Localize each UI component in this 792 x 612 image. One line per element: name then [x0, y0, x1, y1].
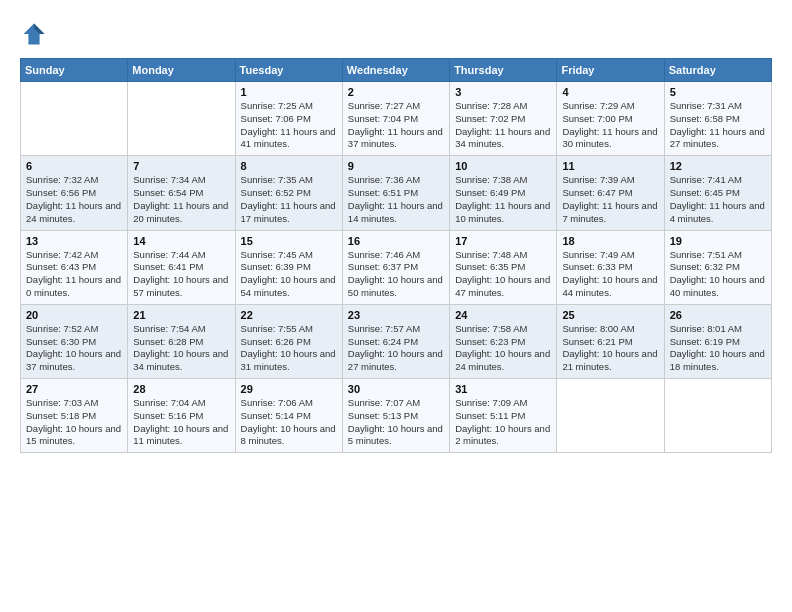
logo-icon	[20, 20, 48, 48]
calendar-cell: 8Sunrise: 7:35 AM Sunset: 6:52 PM Daylig…	[235, 156, 342, 230]
calendar-cell: 14Sunrise: 7:44 AM Sunset: 6:41 PM Dayli…	[128, 230, 235, 304]
day-number: 27	[26, 383, 122, 395]
calendar-table: SundayMondayTuesdayWednesdayThursdayFrid…	[20, 58, 772, 453]
day-number: 12	[670, 160, 766, 172]
day-number: 15	[241, 235, 337, 247]
day-info: Sunrise: 7:51 AM Sunset: 6:32 PM Dayligh…	[670, 249, 766, 300]
day-info: Sunrise: 7:57 AM Sunset: 6:24 PM Dayligh…	[348, 323, 444, 374]
column-header-tuesday: Tuesday	[235, 59, 342, 82]
calendar-cell: 30Sunrise: 7:07 AM Sunset: 5:13 PM Dayli…	[342, 379, 449, 453]
calendar-cell: 17Sunrise: 7:48 AM Sunset: 6:35 PM Dayli…	[450, 230, 557, 304]
day-number: 16	[348, 235, 444, 247]
day-info: Sunrise: 8:01 AM Sunset: 6:19 PM Dayligh…	[670, 323, 766, 374]
day-info: Sunrise: 7:46 AM Sunset: 6:37 PM Dayligh…	[348, 249, 444, 300]
calendar-cell	[21, 82, 128, 156]
calendar-cell	[664, 379, 771, 453]
day-number: 1	[241, 86, 337, 98]
calendar-week-row: 27Sunrise: 7:03 AM Sunset: 5:18 PM Dayli…	[21, 379, 772, 453]
day-number: 2	[348, 86, 444, 98]
day-info: Sunrise: 7:32 AM Sunset: 6:56 PM Dayligh…	[26, 174, 122, 225]
day-number: 23	[348, 309, 444, 321]
day-info: Sunrise: 7:58 AM Sunset: 6:23 PM Dayligh…	[455, 323, 551, 374]
day-number: 3	[455, 86, 551, 98]
day-info: Sunrise: 7:27 AM Sunset: 7:04 PM Dayligh…	[348, 100, 444, 151]
calendar-cell: 16Sunrise: 7:46 AM Sunset: 6:37 PM Dayli…	[342, 230, 449, 304]
day-info: Sunrise: 7:41 AM Sunset: 6:45 PM Dayligh…	[670, 174, 766, 225]
day-info: Sunrise: 7:07 AM Sunset: 5:13 PM Dayligh…	[348, 397, 444, 448]
calendar-cell: 26Sunrise: 8:01 AM Sunset: 6:19 PM Dayli…	[664, 304, 771, 378]
day-number: 22	[241, 309, 337, 321]
day-number: 5	[670, 86, 766, 98]
day-info: Sunrise: 7:34 AM Sunset: 6:54 PM Dayligh…	[133, 174, 229, 225]
day-info: Sunrise: 7:49 AM Sunset: 6:33 PM Dayligh…	[562, 249, 658, 300]
day-info: Sunrise: 7:09 AM Sunset: 5:11 PM Dayligh…	[455, 397, 551, 448]
calendar-header-row: SundayMondayTuesdayWednesdayThursdayFrid…	[21, 59, 772, 82]
day-info: Sunrise: 7:52 AM Sunset: 6:30 PM Dayligh…	[26, 323, 122, 374]
day-number: 25	[562, 309, 658, 321]
day-info: Sunrise: 7:28 AM Sunset: 7:02 PM Dayligh…	[455, 100, 551, 151]
day-info: Sunrise: 7:54 AM Sunset: 6:28 PM Dayligh…	[133, 323, 229, 374]
calendar-week-row: 6Sunrise: 7:32 AM Sunset: 6:56 PM Daylig…	[21, 156, 772, 230]
calendar-cell: 7Sunrise: 7:34 AM Sunset: 6:54 PM Daylig…	[128, 156, 235, 230]
day-number: 4	[562, 86, 658, 98]
calendar-cell: 13Sunrise: 7:42 AM Sunset: 6:43 PM Dayli…	[21, 230, 128, 304]
calendar-cell: 22Sunrise: 7:55 AM Sunset: 6:26 PM Dayli…	[235, 304, 342, 378]
calendar-week-row: 1Sunrise: 7:25 AM Sunset: 7:06 PM Daylig…	[21, 82, 772, 156]
day-number: 30	[348, 383, 444, 395]
calendar-cell: 21Sunrise: 7:54 AM Sunset: 6:28 PM Dayli…	[128, 304, 235, 378]
calendar-cell: 20Sunrise: 7:52 AM Sunset: 6:30 PM Dayli…	[21, 304, 128, 378]
column-header-thursday: Thursday	[450, 59, 557, 82]
calendar-cell: 3Sunrise: 7:28 AM Sunset: 7:02 PM Daylig…	[450, 82, 557, 156]
calendar-cell: 25Sunrise: 8:00 AM Sunset: 6:21 PM Dayli…	[557, 304, 664, 378]
calendar-cell: 12Sunrise: 7:41 AM Sunset: 6:45 PM Dayli…	[664, 156, 771, 230]
calendar-cell: 18Sunrise: 7:49 AM Sunset: 6:33 PM Dayli…	[557, 230, 664, 304]
day-number: 7	[133, 160, 229, 172]
column-header-friday: Friday	[557, 59, 664, 82]
day-number: 14	[133, 235, 229, 247]
day-number: 21	[133, 309, 229, 321]
calendar-cell: 9Sunrise: 7:36 AM Sunset: 6:51 PM Daylig…	[342, 156, 449, 230]
day-info: Sunrise: 7:55 AM Sunset: 6:26 PM Dayligh…	[241, 323, 337, 374]
calendar-cell: 2Sunrise: 7:27 AM Sunset: 7:04 PM Daylig…	[342, 82, 449, 156]
day-info: Sunrise: 7:48 AM Sunset: 6:35 PM Dayligh…	[455, 249, 551, 300]
calendar-cell: 31Sunrise: 7:09 AM Sunset: 5:11 PM Dayli…	[450, 379, 557, 453]
day-info: Sunrise: 7:06 AM Sunset: 5:14 PM Dayligh…	[241, 397, 337, 448]
calendar-cell: 23Sunrise: 7:57 AM Sunset: 6:24 PM Dayli…	[342, 304, 449, 378]
day-number: 20	[26, 309, 122, 321]
calendar-cell	[557, 379, 664, 453]
day-number: 9	[348, 160, 444, 172]
calendar-cell: 29Sunrise: 7:06 AM Sunset: 5:14 PM Dayli…	[235, 379, 342, 453]
calendar-cell: 24Sunrise: 7:58 AM Sunset: 6:23 PM Dayli…	[450, 304, 557, 378]
day-info: Sunrise: 7:44 AM Sunset: 6:41 PM Dayligh…	[133, 249, 229, 300]
day-number: 26	[670, 309, 766, 321]
calendar-cell: 28Sunrise: 7:04 AM Sunset: 5:16 PM Dayli…	[128, 379, 235, 453]
column-header-sunday: Sunday	[21, 59, 128, 82]
calendar-cell: 15Sunrise: 7:45 AM Sunset: 6:39 PM Dayli…	[235, 230, 342, 304]
day-info: Sunrise: 8:00 AM Sunset: 6:21 PM Dayligh…	[562, 323, 658, 374]
day-info: Sunrise: 7:36 AM Sunset: 6:51 PM Dayligh…	[348, 174, 444, 225]
day-info: Sunrise: 7:04 AM Sunset: 5:16 PM Dayligh…	[133, 397, 229, 448]
calendar-cell: 4Sunrise: 7:29 AM Sunset: 7:00 PM Daylig…	[557, 82, 664, 156]
day-info: Sunrise: 7:31 AM Sunset: 6:58 PM Dayligh…	[670, 100, 766, 151]
page-header	[20, 20, 772, 48]
day-number: 19	[670, 235, 766, 247]
day-info: Sunrise: 7:38 AM Sunset: 6:49 PM Dayligh…	[455, 174, 551, 225]
day-number: 17	[455, 235, 551, 247]
day-info: Sunrise: 7:39 AM Sunset: 6:47 PM Dayligh…	[562, 174, 658, 225]
day-number: 31	[455, 383, 551, 395]
calendar-cell: 11Sunrise: 7:39 AM Sunset: 6:47 PM Dayli…	[557, 156, 664, 230]
day-number: 6	[26, 160, 122, 172]
column-header-saturday: Saturday	[664, 59, 771, 82]
day-info: Sunrise: 7:25 AM Sunset: 7:06 PM Dayligh…	[241, 100, 337, 151]
day-info: Sunrise: 7:35 AM Sunset: 6:52 PM Dayligh…	[241, 174, 337, 225]
calendar-cell: 5Sunrise: 7:31 AM Sunset: 6:58 PM Daylig…	[664, 82, 771, 156]
day-info: Sunrise: 7:45 AM Sunset: 6:39 PM Dayligh…	[241, 249, 337, 300]
day-number: 29	[241, 383, 337, 395]
day-info: Sunrise: 7:42 AM Sunset: 6:43 PM Dayligh…	[26, 249, 122, 300]
day-number: 11	[562, 160, 658, 172]
logo	[20, 20, 52, 48]
calendar-week-row: 13Sunrise: 7:42 AM Sunset: 6:43 PM Dayli…	[21, 230, 772, 304]
day-number: 13	[26, 235, 122, 247]
calendar-week-row: 20Sunrise: 7:52 AM Sunset: 6:30 PM Dayli…	[21, 304, 772, 378]
day-number: 24	[455, 309, 551, 321]
